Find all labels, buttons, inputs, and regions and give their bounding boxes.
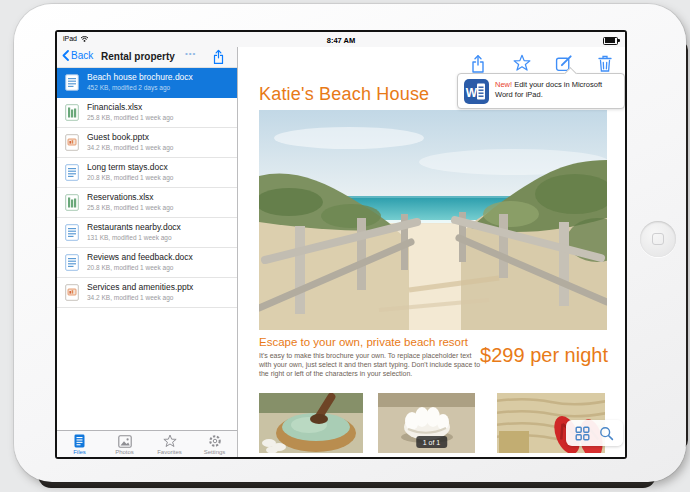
word-doc-icon [65, 224, 79, 241]
word-doc-icon [65, 74, 79, 91]
gear-icon [208, 434, 222, 448]
back-label: Back [71, 50, 93, 61]
tab-favorites[interactable]: Favorites [147, 431, 192, 457]
tab-label: Files [73, 449, 86, 455]
document-subheading: Escape to your own, private beach resort [259, 336, 468, 348]
tab-label: Favorites [157, 449, 182, 455]
tab-label: Settings [204, 449, 226, 455]
file-row-beach-house-brochure[interactable]: Beach house brochure.docx 452 KB, modifi… [57, 68, 237, 98]
tab-bar: Files Photos Favorites Settings [57, 430, 237, 457]
tab-files[interactable]: Files [57, 431, 102, 457]
microsoft-word-icon: W [464, 79, 489, 104]
document-title: Katie's Beach House [259, 84, 429, 105]
word-doc-icon [65, 254, 79, 271]
file-row-long-term-stays[interactable]: Long term stays.docx 20.8 KB, modified 1… [57, 158, 237, 188]
file-browser-panel: Back Rental property ••• [57, 47, 238, 457]
svg-text:W: W [466, 86, 478, 100]
powerpoint-doc-icon [65, 134, 79, 151]
price-text: $299 per night [478, 344, 608, 367]
callout-message: New! Edit your docs in Microsoft Word fo… [495, 80, 617, 99]
favorite-star-icon [513, 54, 531, 72]
tab-photos[interactable]: Photos [102, 431, 147, 457]
tab-settings[interactable]: Settings [192, 431, 237, 457]
nav-bar: Back Rental property ••• [57, 47, 237, 68]
excel-doc-icon [65, 104, 79, 121]
file-row-services-amenities[interactable]: Services and amenities.pptx 34.2 KB, mod… [57, 278, 237, 308]
battery-icon [603, 37, 618, 45]
document-body-text: It's easy to make this brochure your own… [259, 351, 481, 378]
grid-view-icon[interactable] [575, 426, 590, 441]
document-preview-pane: W New! Edit your docs in Microsoft Word … [238, 47, 625, 457]
back-button[interactable]: Back [62, 50, 93, 61]
beach-path-photo [259, 110, 607, 330]
excel-doc-icon [65, 194, 79, 211]
powerpoint-doc-icon [65, 284, 79, 301]
clock: 8:47 AM [57, 36, 625, 45]
ipad-screen: iPad 8:47 AM Back Rental property ••• [55, 30, 627, 459]
file-row-reservations[interactable]: Reservations.xlsx 25.8 KB, modified 1 we… [57, 188, 237, 218]
files-icon [73, 434, 86, 448]
share-icon [470, 54, 486, 74]
new-badge: New! [495, 80, 512, 89]
file-row-restaurants-nearby[interactable]: Restaurants nearby.docx 131 KB, modified… [57, 218, 237, 248]
word-promo-callout[interactable]: W New! Edit your docs in Microsoft Word … [457, 73, 625, 109]
back-chevron-icon [62, 50, 69, 61]
file-row-guest-book[interactable]: Guest book.pptx 34.2 KB, modified 1 week… [57, 128, 237, 158]
search-icon[interactable] [599, 426, 614, 441]
photos-icon [118, 435, 132, 448]
home-button[interactable] [640, 221, 676, 257]
tab-label: Photos [115, 449, 134, 455]
file-row-financials[interactable]: Financials.xlsx 25.8 KB, modified 1 week… [57, 98, 237, 128]
file-list: Beach house brochure.docx 452 KB, modifi… [57, 68, 237, 308]
view-actions-pill [566, 420, 623, 446]
status-bar: iPad 8:47 AM [57, 32, 625, 47]
more-options-button[interactable]: ••• [185, 49, 196, 58]
word-doc-icon [65, 164, 79, 181]
page-indicator: 1 of 1 [416, 436, 448, 448]
folder-title: Rental property [101, 51, 175, 62]
salt-bowl-photo [259, 393, 363, 453]
page-background: iPad 8:47 AM Back Rental property ••• [0, 0, 690, 492]
star-icon [163, 434, 177, 448]
file-row-reviews-feedback[interactable]: Reviews and feedback.docx 20.8 KB, modif… [57, 248, 237, 278]
trash-icon [597, 54, 613, 73]
share-icon [212, 49, 225, 65]
folder-share-button[interactable] [212, 49, 225, 69]
